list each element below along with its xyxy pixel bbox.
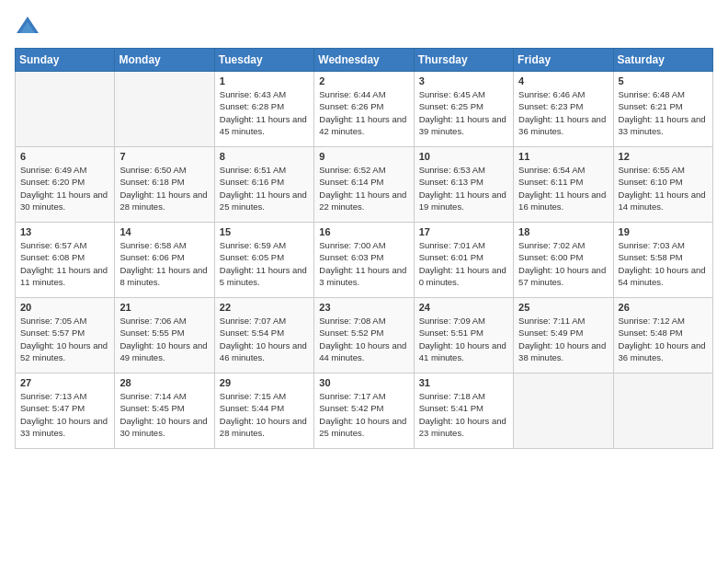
- calendar-day-cell: 27Sunrise: 7:13 AMSunset: 5:47 PMDayligh…: [16, 373, 115, 449]
- logo-icon: [15, 15, 40, 40]
- day-info: Sunrise: 6:49 AMSunset: 6:20 PMDaylight:…: [20, 164, 109, 213]
- day-info: Sunrise: 7:17 AMSunset: 5:42 PMDaylight:…: [319, 390, 408, 439]
- calendar-day-cell: [115, 72, 214, 147]
- day-number: 21: [119, 302, 209, 313]
- calendar-week-row: 6Sunrise: 6:49 AMSunset: 6:20 PMDaylight…: [16, 147, 713, 223]
- day-number: 24: [419, 302, 508, 313]
- calendar-day-cell: 12Sunrise: 6:55 AMSunset: 6:10 PMDayligh…: [613, 147, 712, 223]
- weekday-header: Wednesday: [314, 49, 414, 72]
- weekday-header: Sunday: [16, 49, 115, 72]
- day-number: 7: [119, 151, 209, 162]
- day-number: 2: [319, 75, 408, 86]
- day-info: Sunrise: 7:07 AMSunset: 5:54 PMDaylight:…: [220, 315, 309, 363]
- calendar-day-cell: 2Sunrise: 6:44 AMSunset: 6:26 PMDaylight…: [314, 72, 414, 147]
- calendar-day-cell: 13Sunrise: 6:57 AMSunset: 6:08 PMDayligh…: [16, 223, 115, 298]
- day-info: Sunrise: 6:57 AMSunset: 6:08 PMDaylight:…: [20, 239, 109, 288]
- day-number: 4: [518, 75, 608, 86]
- day-number: 29: [220, 377, 309, 388]
- calendar-week-row: 1Sunrise: 6:43 AMSunset: 6:28 PMDaylight…: [16, 72, 713, 147]
- calendar-day-cell: 3Sunrise: 6:45 AMSunset: 6:25 PMDaylight…: [414, 72, 513, 147]
- day-info: Sunrise: 6:59 AMSunset: 6:05 PMDaylight:…: [220, 239, 309, 288]
- calendar-day-cell: 21Sunrise: 7:06 AMSunset: 5:55 PMDayligh…: [115, 298, 214, 373]
- calendar-week-row: 13Sunrise: 6:57 AMSunset: 6:08 PMDayligh…: [16, 223, 713, 298]
- day-info: Sunrise: 6:50 AMSunset: 6:18 PMDaylight:…: [119, 164, 209, 213]
- calendar-table: SundayMondayTuesdayWednesdayThursdayFrid…: [15, 48, 713, 449]
- day-info: Sunrise: 6:51 AMSunset: 6:16 PMDaylight:…: [220, 164, 309, 213]
- day-number: 20: [20, 302, 109, 313]
- day-number: 5: [619, 75, 708, 86]
- day-number: 13: [20, 226, 109, 237]
- calendar-day-cell: 14Sunrise: 6:58 AMSunset: 6:06 PMDayligh…: [115, 223, 214, 298]
- calendar-day-cell: 16Sunrise: 7:00 AMSunset: 6:03 PMDayligh…: [314, 223, 414, 298]
- day-number: 26: [619, 302, 708, 313]
- calendar-day-cell: 20Sunrise: 7:05 AMSunset: 5:57 PMDayligh…: [16, 298, 115, 373]
- day-number: 30: [319, 377, 408, 388]
- calendar-header-row: SundayMondayTuesdayWednesdayThursdayFrid…: [16, 49, 713, 72]
- day-number: 19: [619, 226, 708, 237]
- calendar-day-cell: 18Sunrise: 7:02 AMSunset: 6:00 PMDayligh…: [514, 223, 613, 298]
- day-number: 11: [518, 151, 608, 162]
- calendar-day-cell: 26Sunrise: 7:12 AMSunset: 5:48 PMDayligh…: [613, 298, 712, 373]
- calendar-day-cell: 6Sunrise: 6:49 AMSunset: 6:20 PMDaylight…: [16, 147, 115, 223]
- day-info: Sunrise: 6:54 AMSunset: 6:11 PMDaylight:…: [518, 164, 608, 213]
- day-info: Sunrise: 6:55 AMSunset: 6:10 PMDaylight:…: [619, 164, 708, 213]
- day-number: 17: [419, 226, 508, 237]
- calendar-day-cell: 19Sunrise: 7:03 AMSunset: 5:58 PMDayligh…: [613, 223, 712, 298]
- weekday-header: Tuesday: [214, 49, 313, 72]
- day-number: 1: [220, 75, 309, 86]
- day-info: Sunrise: 7:13 AMSunset: 5:47 PMDaylight:…: [20, 390, 109, 439]
- calendar-day-cell: 29Sunrise: 7:15 AMSunset: 5:44 PMDayligh…: [214, 373, 313, 449]
- calendar-day-cell: 24Sunrise: 7:09 AMSunset: 5:51 PMDayligh…: [414, 298, 513, 373]
- day-number: 28: [119, 377, 209, 388]
- day-info: Sunrise: 6:58 AMSunset: 6:06 PMDaylight:…: [119, 239, 209, 288]
- day-number: 31: [419, 377, 508, 388]
- day-info: Sunrise: 7:18 AMSunset: 5:41 PMDaylight:…: [419, 390, 508, 439]
- calendar-day-cell: [16, 72, 115, 147]
- logo: [15, 15, 44, 40]
- calendar-day-cell: 15Sunrise: 6:59 AMSunset: 6:05 PMDayligh…: [214, 223, 313, 298]
- day-number: 12: [619, 151, 708, 162]
- calendar-day-cell: 9Sunrise: 6:52 AMSunset: 6:14 PMDaylight…: [314, 147, 414, 223]
- calendar-day-cell: 1Sunrise: 6:43 AMSunset: 6:28 PMDaylight…: [214, 72, 313, 147]
- calendar-day-cell: 22Sunrise: 7:07 AMSunset: 5:54 PMDayligh…: [214, 298, 313, 373]
- calendar-day-cell: 5Sunrise: 6:48 AMSunset: 6:21 PMDaylight…: [613, 72, 712, 147]
- weekday-header: Friday: [514, 49, 613, 72]
- page-header: [15, 15, 713, 40]
- calendar-day-cell: 30Sunrise: 7:17 AMSunset: 5:42 PMDayligh…: [314, 373, 414, 449]
- calendar-day-cell: 11Sunrise: 6:54 AMSunset: 6:11 PMDayligh…: [514, 147, 613, 223]
- calendar-day-cell: 28Sunrise: 7:14 AMSunset: 5:45 PMDayligh…: [115, 373, 214, 449]
- day-info: Sunrise: 6:43 AMSunset: 6:28 PMDaylight:…: [220, 88, 309, 137]
- calendar-day-cell: 8Sunrise: 6:51 AMSunset: 6:16 PMDaylight…: [214, 147, 313, 223]
- calendar-week-row: 27Sunrise: 7:13 AMSunset: 5:47 PMDayligh…: [16, 373, 713, 449]
- day-number: 10: [419, 151, 508, 162]
- day-number: 6: [20, 151, 109, 162]
- calendar-day-cell: 25Sunrise: 7:11 AMSunset: 5:49 PMDayligh…: [514, 298, 613, 373]
- day-info: Sunrise: 7:12 AMSunset: 5:48 PMDaylight:…: [619, 315, 708, 363]
- day-number: 8: [220, 151, 309, 162]
- day-number: 3: [419, 75, 508, 86]
- day-info: Sunrise: 7:11 AMSunset: 5:49 PMDaylight:…: [518, 315, 608, 363]
- day-number: 18: [518, 226, 608, 237]
- calendar-day-cell: [613, 373, 712, 449]
- calendar-day-cell: 7Sunrise: 6:50 AMSunset: 6:18 PMDaylight…: [115, 147, 214, 223]
- day-number: 23: [319, 302, 408, 313]
- day-number: 22: [220, 302, 309, 313]
- weekday-header: Saturday: [613, 49, 712, 72]
- day-info: Sunrise: 6:53 AMSunset: 6:13 PMDaylight:…: [419, 164, 508, 213]
- day-number: 14: [119, 226, 209, 237]
- calendar-day-cell: 23Sunrise: 7:08 AMSunset: 5:52 PMDayligh…: [314, 298, 414, 373]
- day-number: 9: [319, 151, 408, 162]
- day-info: Sunrise: 7:15 AMSunset: 5:44 PMDaylight:…: [220, 390, 309, 439]
- day-info: Sunrise: 7:09 AMSunset: 5:51 PMDaylight:…: [419, 315, 508, 363]
- weekday-header: Thursday: [414, 49, 513, 72]
- day-info: Sunrise: 7:14 AMSunset: 5:45 PMDaylight:…: [119, 390, 209, 439]
- calendar-day-cell: 17Sunrise: 7:01 AMSunset: 6:01 PMDayligh…: [414, 223, 513, 298]
- calendar-day-cell: 31Sunrise: 7:18 AMSunset: 5:41 PMDayligh…: [414, 373, 513, 449]
- weekday-header: Monday: [115, 49, 214, 72]
- day-number: 27: [20, 377, 109, 388]
- day-number: 15: [220, 226, 309, 237]
- day-info: Sunrise: 7:08 AMSunset: 5:52 PMDaylight:…: [319, 315, 408, 363]
- day-info: Sunrise: 6:45 AMSunset: 6:25 PMDaylight:…: [419, 88, 508, 137]
- day-number: 25: [518, 302, 608, 313]
- day-info: Sunrise: 7:01 AMSunset: 6:01 PMDaylight:…: [419, 239, 508, 288]
